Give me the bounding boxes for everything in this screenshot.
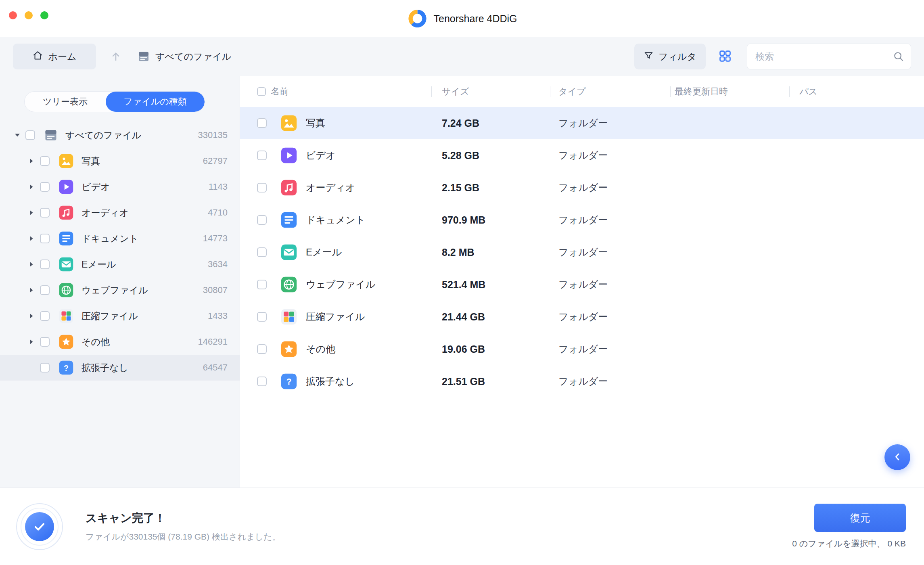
app-title: Tenorshare 4DDiG [433, 13, 517, 25]
recover-button[interactable]: 復元 [814, 504, 906, 532]
sidebar-item-document[interactable]: ドキュメント 14773 [0, 226, 240, 251]
sidebar-item-label: オーディオ [82, 207, 129, 219]
cell-name: その他 [306, 343, 442, 356]
checkbox[interactable] [40, 208, 50, 218]
sidebar-item-count: 1143 [209, 182, 228, 192]
sidebar-item-photo[interactable]: 写真 62797 [0, 148, 240, 174]
video-icon [281, 147, 297, 163]
sidebar-item-label: ビデオ [82, 181, 110, 193]
search-input[interactable] [747, 44, 911, 69]
checkbox[interactable] [40, 182, 50, 192]
row-checkbox[interactable] [257, 118, 267, 128]
sidebar-item-other[interactable]: その他 146291 [0, 329, 240, 355]
caret-right-icon[interactable] [27, 312, 36, 320]
table-row-email[interactable]: Eメール 8.2 MB フォルダー [240, 236, 924, 268]
cell-type: フォルダー [558, 375, 674, 388]
sidebar-item-question[interactable]: ? 拡張子なし 64547 [0, 355, 240, 381]
sidebar-item-archive[interactable]: 圧縮ファイル 1433 [0, 303, 240, 329]
row-checkbox[interactable] [257, 151, 267, 160]
sidebar-item-web[interactable]: ウェブファイル 30807 [0, 277, 240, 303]
up-arrow-icon[interactable] [110, 50, 122, 63]
caret-right-icon[interactable] [27, 286, 36, 295]
row-checkbox[interactable] [257, 344, 267, 354]
grid-view-button[interactable] [716, 48, 734, 65]
archive-icon [59, 309, 73, 323]
caret-right-icon[interactable] [27, 182, 36, 191]
row-checkbox[interactable] [257, 377, 267, 386]
checkbox[interactable] [40, 363, 50, 372]
column-header-path[interactable]: パス [790, 86, 924, 98]
scan-complete-icon [16, 503, 63, 550]
collapse-panel-button[interactable] [884, 444, 910, 470]
tab-tree-view[interactable]: ツリー表示 [25, 92, 106, 112]
other-icon [59, 335, 73, 349]
cell-name: ドキュメント [306, 213, 442, 226]
table-row-video[interactable]: ビデオ 5.28 GB フォルダー [240, 139, 924, 172]
caret-right-icon[interactable] [27, 260, 36, 269]
table-row-web[interactable]: ウェブファイル 521.4 MB フォルダー [240, 268, 924, 301]
zoom-button[interactable] [40, 11, 48, 19]
cell-name: 写真 [306, 117, 442, 130]
sidebar: ツリー表示 ファイルの種類 すべてのファイル 330135 写真 62797 [0, 76, 240, 488]
scan-result-title: スキャン完了！ [86, 511, 280, 526]
row-checkbox[interactable] [257, 215, 267, 225]
table-row-other[interactable]: その他 19.06 GB フォルダー [240, 333, 924, 365]
photo-icon [281, 115, 297, 131]
table-row-document[interactable]: ドキュメント 970.9 MB フォルダー [240, 204, 924, 236]
minimize-button[interactable] [25, 11, 33, 19]
sidebar-item-label: ウェブファイル [82, 284, 148, 297]
cell-size: 19.06 GB [442, 343, 558, 355]
toolbar: ホーム すべてのファイル フィルタ [0, 37, 924, 76]
all-files-checkbox[interactable] [25, 130, 35, 140]
column-header-type[interactable]: タイプ [550, 86, 670, 98]
table-row-question[interactable]: ? 拡張子なし 21.51 GB フォルダー [240, 365, 924, 398]
sidebar-item-count: 146291 [198, 337, 228, 347]
caret-right-icon[interactable] [27, 157, 36, 165]
question-icon: ? [59, 360, 73, 375]
sidebar-item-audio[interactable]: オーディオ 4710 [0, 200, 240, 226]
traffic-lights [9, 11, 48, 19]
table-row-archive[interactable]: 圧縮ファイル 21.44 GB フォルダー [240, 301, 924, 333]
cell-size: 2.15 GB [442, 182, 558, 194]
search-icon[interactable] [893, 50, 905, 63]
table-row-photo[interactable]: 写真 7.24 GB フォルダー [240, 107, 924, 139]
caret-down-icon[interactable] [13, 131, 22, 140]
selection-status: 0 のファイルを選択中、 0 KB [792, 538, 906, 549]
checkbox[interactable] [40, 311, 50, 321]
titlebar: Tenorshare 4DDiG [0, 0, 924, 37]
row-checkbox[interactable] [257, 247, 267, 257]
caret-right-icon[interactable] [27, 208, 36, 217]
tab-file-type[interactable]: ファイルの種類 [106, 92, 205, 112]
select-all-checkbox[interactable] [257, 87, 266, 96]
file-table: 名前 サイズ タイプ 最終更新日時 パス 写真 7.24 GB フォルダー ビデ… [240, 76, 924, 488]
row-checkbox[interactable] [257, 280, 267, 289]
sidebar-item-label: ドキュメント [82, 232, 138, 245]
cell-type: フォルダー [558, 246, 674, 259]
table-row-audio[interactable]: オーディオ 2.15 GB フォルダー [240, 172, 924, 204]
cell-size: 7.24 GB [442, 117, 558, 129]
caret-right-icon[interactable] [27, 337, 36, 346]
checkbox[interactable] [40, 234, 50, 243]
column-header-size[interactable]: サイズ [432, 86, 550, 98]
row-checkbox[interactable] [257, 312, 267, 322]
checkbox[interactable] [40, 259, 50, 269]
checkbox[interactable] [40, 156, 50, 166]
sidebar-item-video[interactable]: ビデオ 1143 [0, 174, 240, 200]
column-header-name[interactable]: 名前 [271, 86, 431, 98]
column-header-modified[interactable]: 最終更新日時 [671, 86, 789, 98]
checkbox[interactable] [40, 337, 50, 347]
sidebar-item-email[interactable]: Eメール 3634 [0, 251, 240, 277]
row-checkbox[interactable] [257, 183, 267, 193]
document-icon [281, 212, 297, 228]
filter-button[interactable]: フィルタ [634, 44, 706, 69]
checkbox[interactable] [40, 285, 50, 295]
breadcrumb[interactable]: すべてのファイル [137, 50, 231, 63]
cell-type: フォルダー [558, 213, 674, 226]
sidebar-item-all-files[interactable]: すべてのファイル 330135 [0, 122, 240, 148]
home-button[interactable]: ホーム [13, 44, 96, 69]
cell-type: フォルダー [558, 310, 674, 323]
close-button[interactable] [9, 11, 17, 19]
svg-text:?: ? [64, 364, 69, 372]
caret-right-icon[interactable] [27, 234, 36, 243]
file-type-tree: すべてのファイル 330135 写真 62797 ビデオ 1143 オーディオ … [0, 122, 240, 381]
